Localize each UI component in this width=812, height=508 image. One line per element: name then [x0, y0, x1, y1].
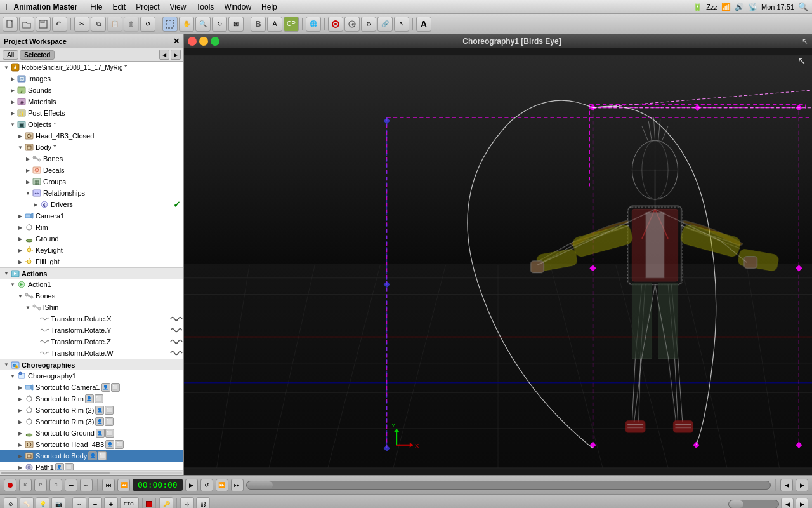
- tree-sc-ground[interactable]: ▶ Shortcut to Ground 👤⬜: [0, 427, 183, 439]
- tree-ground[interactable]: ▶ Ground: [0, 233, 183, 244]
- tree-body[interactable]: ▼ Body *: [0, 142, 183, 153]
- bt-etc-btn[interactable]: ETC.: [120, 497, 139, 509]
- expand-ishin[interactable]: ▼: [24, 304, 32, 311]
- tree-drivers[interactable]: ▶ ⚙ Drivers ✓: [0, 199, 183, 210]
- tb-save[interactable]: [36, 17, 51, 32]
- viewport-maximize-btn[interactable]: [211, 37, 219, 46]
- bt-slider[interactable]: [728, 500, 779, 509]
- expand-ground[interactable]: ▶: [16, 235, 24, 243]
- tree-sounds[interactable]: ▶ ♪ Sounds: [0, 84, 183, 96]
- tree-head[interactable]: ▶ Head_4B3_Closed: [0, 130, 183, 142]
- tree-actions[interactable]: ▼ Actions: [0, 267, 183, 279]
- tree-root[interactable]: ▼ ★ RobbieSinclair_2008_11_17_MyRig *: [0, 62, 183, 73]
- progress-bar[interactable]: [246, 481, 771, 490]
- timeline-next-btn[interactable]: ⏩: [216, 479, 228, 491]
- tree-keylight[interactable]: ▶ KeyLight: [0, 244, 183, 256]
- tree-chor1[interactable]: ▼ Choreography1: [0, 370, 183, 382]
- apple-menu-icon[interactable]: : [4, 1, 7, 12]
- expand-drivers[interactable]: ▶: [32, 201, 39, 208]
- expand-action1[interactable]: ▼: [9, 281, 16, 288]
- panel-scrollbar[interactable]: [0, 470, 183, 475]
- menu-project[interactable]: Project: [132, 1, 163, 13]
- search-icon[interactable]: 🔍: [798, 2, 808, 11]
- tb-copy[interactable]: ⧉: [91, 17, 106, 32]
- tb-bone-tool[interactable]: B: [251, 17, 266, 32]
- tab-all[interactable]: All: [3, 50, 18, 60]
- bt-key-btn[interactable]: 🔑: [159, 497, 173, 509]
- timeline-rewind-btn[interactable]: ⏮: [102, 479, 115, 491]
- menu-window[interactable]: Window: [220, 1, 255, 13]
- tb-cursor[interactable]: ↖: [394, 17, 409, 32]
- tree-images[interactable]: ▶ 🖼 Images: [0, 73, 183, 84]
- expand-camera1[interactable]: ▶: [16, 212, 24, 220]
- tb-open[interactable]: [19, 17, 34, 32]
- tb-rotate[interactable]: ↻: [212, 17, 227, 32]
- tb-zoom-in[interactable]: 🔍: [195, 17, 211, 32]
- viewport-canvas[interactable]: X Y ↖: [184, 48, 812, 475]
- bt-minus-btn[interactable]: −: [88, 497, 102, 509]
- bt-bones-mode[interactable]: 🦴: [20, 497, 34, 509]
- bt-select-mode[interactable]: ⊙: [4, 497, 18, 509]
- tree-filllight[interactable]: ▶ FillLight: [0, 256, 183, 267]
- timeline-channel-btn[interactable]: C: [49, 479, 62, 491]
- timeline-ffwd-btn[interactable]: ⏭: [231, 479, 244, 491]
- expand-head[interactable]: ▶: [16, 132, 24, 140]
- tree-sc-body[interactable]: ▶ Shortcut to Body 👤⬜: [0, 450, 183, 462]
- viewport-close-btn[interactable]: [188, 37, 197, 46]
- tree-rim[interactable]: ▶ Rim: [0, 222, 183, 233]
- bt-transform-btn[interactable]: ↔: [72, 497, 86, 509]
- expand-choreographies[interactable]: ▼: [3, 361, 10, 369]
- tree-action-bones[interactable]: ▼ Bones: [0, 290, 183, 302]
- tab-selected[interactable]: Selected: [20, 50, 55, 60]
- viewport-minimize-btn[interactable]: [199, 37, 208, 46]
- tree-materials[interactable]: ▶ ◈ Materials: [0, 96, 183, 107]
- expand-materials[interactable]: ▶: [9, 98, 16, 105]
- expand-chor1[interactable]: ▼: [9, 372, 16, 380]
- tb-render[interactable]: [328, 17, 343, 32]
- tree-bones[interactable]: ▶ Bones: [0, 153, 183, 164]
- tb-undo[interactable]: [52, 17, 67, 32]
- tb-refresh[interactable]: ↺: [140, 17, 155, 32]
- tb-options[interactable]: ⚙: [361, 17, 376, 32]
- expand-sounds[interactable]: ▶: [9, 86, 16, 94]
- tree-transform-rz[interactable]: Transform.Rotate.Z: [0, 336, 183, 347]
- tb-zoom-fit[interactable]: ⊞: [228, 17, 244, 32]
- tree-relationships[interactable]: ▼ ↔ Relationships: [0, 187, 183, 199]
- tb-delete[interactable]: 🗑: [124, 17, 139, 32]
- nav-prev-btn[interactable]: ◀: [159, 50, 169, 60]
- bt-cam-mode[interactable]: 📷: [51, 497, 65, 509]
- tree-postfx[interactable]: ▶ ✨ Post Effects: [0, 107, 183, 119]
- expand-path1[interactable]: ▶: [16, 464, 24, 470]
- tree-path1[interactable]: ▶ Path1 👤⬜: [0, 462, 183, 470]
- tb-new[interactable]: [3, 17, 18, 32]
- tree-sc-rim2[interactable]: ▶ Shortcut to Rim (2) 👤⬜: [0, 404, 183, 416]
- timeline-next-frame-btn[interactable]: ▶: [796, 479, 808, 491]
- timeline-loop-btn[interactable]: ↺: [200, 479, 213, 491]
- tb-paste[interactable]: 📋: [107, 17, 122, 32]
- tree-sc-rim3[interactable]: ▶ Shortcut to Rim (3) 👤⬜: [0, 416, 183, 427]
- timeline-play-btn[interactable]: ▶: [185, 479, 198, 491]
- bt-chain-btn[interactable]: ⛓: [196, 497, 210, 509]
- expand-sc-head[interactable]: ▶: [16, 441, 24, 448]
- tb-text[interactable]: A: [416, 17, 431, 32]
- timeline-arrow-btn[interactable]: ←: [80, 479, 93, 491]
- timeline-pose-btn[interactable]: P: [34, 479, 47, 491]
- expand-sc-ground[interactable]: ▶: [16, 429, 24, 437]
- timeline-minus-btn[interactable]: −: [65, 479, 77, 491]
- expand-decals[interactable]: ▶: [24, 166, 32, 174]
- expand-sc-rim3[interactable]: ▶: [16, 418, 24, 425]
- expand-action-bones[interactable]: ▼: [16, 292, 24, 300]
- timeline-prev-btn[interactable]: ⏪: [117, 479, 130, 491]
- expand-postfx[interactable]: ▶: [9, 109, 16, 117]
- expand-sc-camera[interactable]: ▶: [16, 384, 24, 391]
- timeline-prev-frame-btn[interactable]: ◀: [780, 479, 793, 491]
- expand-bones[interactable]: ▶: [24, 155, 32, 163]
- panel-close-btn[interactable]: ✕: [173, 37, 180, 46]
- tree-groups[interactable]: ▶ ▦ Groups: [0, 176, 183, 187]
- menu-tools[interactable]: Tools: [192, 1, 218, 13]
- tb-cut[interactable]: ✂: [74, 17, 89, 32]
- expand-rim[interactable]: ▶: [16, 224, 24, 231]
- tb-pan[interactable]: ✋: [179, 17, 194, 32]
- tree-objects[interactable]: ▼ ▣ Objects *: [0, 119, 183, 130]
- expand-filllight[interactable]: ▶: [16, 258, 24, 265]
